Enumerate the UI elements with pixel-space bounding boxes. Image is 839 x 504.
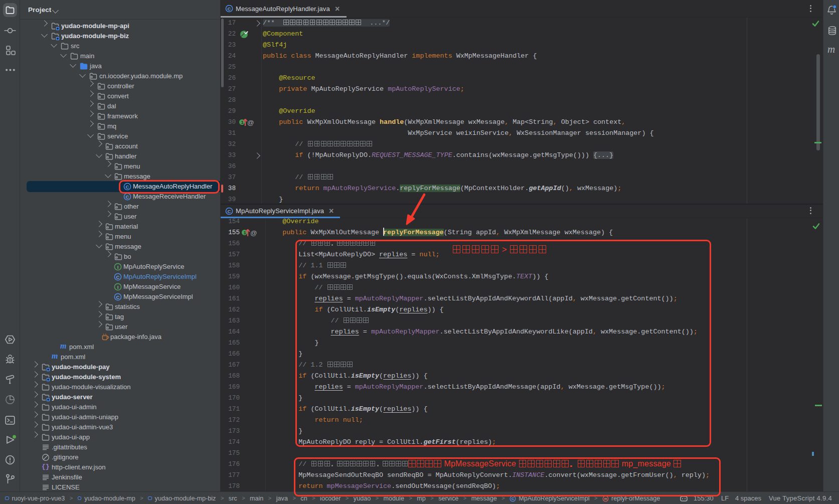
svg-text:C: C [116, 274, 120, 280]
svg-text:C: C [228, 6, 231, 12]
svg-text:C: C [116, 294, 120, 300]
svg-text:C: C [512, 496, 515, 501]
svg-text:C: C [126, 194, 129, 200]
svg-text:m: m [604, 497, 607, 500]
svg-text:I: I [117, 284, 119, 290]
svg-text:I: I [117, 264, 119, 270]
svg-text:C: C [228, 209, 231, 214]
